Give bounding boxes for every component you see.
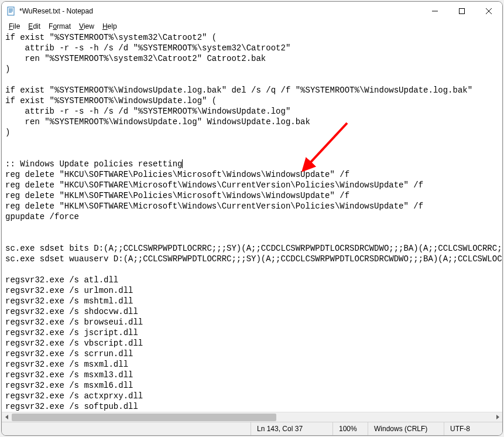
window-title: *WuReset.txt - Notepad [19,7,93,15]
editor-content[interactable]: if exist "%SYSTEMROOT%\system32\Catroot2… [2,32,502,412]
scrollbar-thumb[interactable] [12,414,276,421]
scroll-right-button[interactable] [492,412,502,422]
horizontal-scrollbar[interactable] [2,412,502,422]
menubar: File Edit Format View Help [2,21,502,32]
status-zoom: 100% [332,422,368,435]
notepad-window: *WuReset.txt - Notepad File Edit Format … [1,1,503,436]
svg-rect-6 [460,9,465,14]
statusbar: Ln 143, Col 37 100% Windows (CRLF) UTF-8 [2,422,502,435]
minimize-button[interactable] [421,2,448,21]
window-controls [421,2,502,21]
maximize-button[interactable] [448,2,475,21]
menu-help[interactable]: Help [99,22,121,31]
menu-file[interactable]: File [5,22,23,31]
status-position: Ln 143, Col 37 [251,422,332,435]
svg-marker-11 [5,415,8,419]
text-editor[interactable]: if exist "%SYSTEMROOT%\system32\Catroot2… [2,32,502,412]
menu-edit[interactable]: Edit [25,22,44,31]
menu-view[interactable]: View [76,22,98,31]
menu-format[interactable]: Format [45,22,74,31]
scrollbar-track[interactable] [12,412,492,422]
svg-marker-12 [496,415,499,419]
status-line-ending: Windows (CRLF) [368,422,444,435]
titlebar[interactable]: *WuReset.txt - Notepad [2,2,502,21]
notepad-icon [6,6,16,16]
status-encoding: UTF-8 [444,422,502,435]
scroll-left-button[interactable] [2,412,12,422]
close-button[interactable] [475,2,502,21]
